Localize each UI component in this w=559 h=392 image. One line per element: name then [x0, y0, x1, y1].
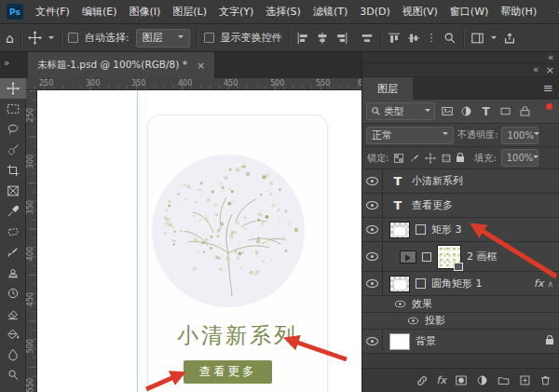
- filter-pixel-layers-icon[interactable]: [439, 105, 455, 117]
- layer-thumbnail[interactable]: [389, 222, 410, 238]
- visibility-toggle[interactable]: [362, 272, 383, 295]
- tab-layers[interactable]: 图层: [362, 77, 413, 100]
- history-brush-tool[interactable]: [0, 283, 26, 304]
- distribute-horizontal-icon[interactable]: [361, 32, 374, 45]
- workspace-switcher-icon[interactable]: [470, 32, 484, 45]
- filter-type-layers-icon[interactable]: T: [478, 105, 494, 118]
- crop-tool[interactable]: [0, 160, 26, 181]
- layer-row-rounded-rect[interactable]: 圆角矩形 1 fx ∧: [362, 272, 559, 296]
- eyedropper-tool[interactable]: [0, 201, 26, 222]
- menu-layer[interactable]: 图层(L): [172, 5, 207, 19]
- visibility-toggle[interactable]: [362, 218, 383, 241]
- filter-smart-objects-icon[interactable]: [517, 105, 533, 117]
- align-top-icon[interactable]: [388, 32, 401, 45]
- align-right-icon[interactable]: [335, 32, 348, 45]
- text-layer-icon: T: [389, 198, 406, 212]
- filter-adjustment-layers-icon[interactable]: [458, 105, 474, 117]
- frame-thumbnail[interactable]: [400, 250, 416, 264]
- menu-window[interactable]: 窗口(W): [450, 5, 488, 19]
- filter-shape-layers-icon[interactable]: [498, 105, 513, 117]
- canvas-area[interactable]: 小清新系列 查看更多: [37, 90, 361, 392]
- filter-toggle-indicator[interactable]: [546, 103, 552, 110]
- eraser-tool[interactable]: [0, 304, 26, 324]
- ruler-label: 500: [26, 333, 34, 359]
- healing-brush-tool[interactable]: [0, 222, 26, 242]
- effects-row[interactable]: 效果: [362, 296, 559, 313]
- lock-position-icon[interactable]: [425, 153, 436, 164]
- auto-select-checkbox[interactable]: [68, 33, 78, 43]
- dodge-tool[interactable]: [0, 365, 26, 385]
- menu-file[interactable]: 文件(F): [35, 5, 70, 19]
- link-layers-icon[interactable]: [416, 374, 429, 387]
- paint-bucket-tool[interactable]: [0, 324, 26, 345]
- visibility-toggle[interactable]: [362, 330, 383, 353]
- eye-icon[interactable]: [395, 301, 405, 308]
- quick-selection-tool[interactable]: [0, 140, 26, 160]
- visibility-toggle[interactable]: [362, 194, 383, 217]
- menu-help[interactable]: 帮助(H): [500, 5, 537, 19]
- lock-all-icon[interactable]: [457, 154, 464, 162]
- collapse-group-icon[interactable]: «: [533, 64, 539, 74]
- move-tool-icon[interactable]: [28, 31, 42, 45]
- fx-collapse-icon[interactable]: ∧: [547, 279, 553, 289]
- align-middle-vertical-icon[interactable]: [407, 32, 420, 45]
- layer-row-text-1[interactable]: T 小清新系列: [362, 169, 559, 194]
- eye-icon[interactable]: [408, 318, 418, 325]
- fx-label[interactable]: fx: [534, 277, 543, 290]
- panel-menu-icon[interactable]: ≡: [543, 81, 553, 95]
- lock-image-pixels-icon[interactable]: [409, 153, 420, 164]
- menu-type[interactable]: 文字(Y): [219, 5, 253, 19]
- layer-row-rect3[interactable]: 矩形 3: [362, 218, 559, 242]
- visibility-toggle[interactable]: [362, 242, 383, 271]
- search-icon[interactable]: [443, 32, 457, 45]
- toolbar-collapse-icon[interactable]: «: [5, 58, 9, 68]
- align-left-icon[interactable]: [296, 32, 309, 45]
- menu-filter[interactable]: 滤镜(T): [313, 5, 348, 19]
- frame-tool[interactable]: [0, 181, 26, 201]
- collapse-panels-icon[interactable]: «: [548, 52, 553, 62]
- filter-type-dropdown[interactable]: 类型: [366, 102, 435, 120]
- add-mask-icon[interactable]: [455, 374, 468, 386]
- delete-layer-icon[interactable]: [539, 374, 552, 386]
- move-presets-caret-icon[interactable]: [48, 36, 54, 42]
- visibility-toggle[interactable]: [362, 169, 383, 193]
- opacity-dropdown[interactable]: 100%: [501, 127, 539, 144]
- layer-style-fx-icon[interactable]: fx: [437, 374, 446, 386]
- align-center-horizontal-icon[interactable]: [316, 32, 329, 45]
- background-thumbnail[interactable]: [389, 333, 410, 350]
- blur-tool[interactable]: [0, 345, 26, 365]
- menu-select[interactable]: 选择(S): [266, 5, 301, 19]
- layer-row-background[interactable]: 背景: [362, 330, 559, 354]
- layer-row-frame[interactable]: 2 画框: [362, 242, 559, 272]
- drop-shadow-row[interactable]: 投影: [362, 313, 559, 330]
- blend-mode-dropdown[interactable]: 正常: [366, 127, 454, 144]
- menu-edit[interactable]: 编辑(E): [82, 5, 117, 19]
- home-icon[interactable]: ⌂: [6, 32, 14, 45]
- new-layer-icon[interactable]: [519, 374, 531, 386]
- rectangular-marquee-tool[interactable]: [0, 99, 26, 119]
- more-options-dots-icon[interactable]: ⋮: [427, 33, 437, 43]
- layer-thumbnail[interactable]: [389, 276, 410, 292]
- show-transform-checkbox[interactable]: [204, 33, 214, 43]
- lock-transparent-pixels-icon[interactable]: [393, 153, 404, 164]
- new-adjustment-layer-icon[interactable]: [476, 374, 488, 386]
- layer-row-text-2[interactable]: T 查看更多: [362, 194, 559, 218]
- panel-close-icon[interactable]: ×: [546, 64, 554, 76]
- brush-tool[interactable]: [0, 242, 26, 263]
- share-icon[interactable]: [503, 32, 516, 45]
- fill-dropdown[interactable]: 100%: [501, 149, 539, 167]
- minimize-button[interactable]: —: [549, 0, 559, 23]
- workspace-caret-icon[interactable]: [491, 36, 497, 42]
- lasso-tool[interactable]: [0, 119, 26, 140]
- menu-3d[interactable]: 3D(D): [360, 6, 390, 18]
- move-tool[interactable]: [0, 78, 26, 99]
- menu-view[interactable]: 视图(V): [402, 5, 438, 19]
- auto-select-target-dropdown[interactable]: 图层: [136, 29, 190, 47]
- menu-image[interactable]: 图像(I): [129, 5, 160, 19]
- frame-content-thumbnail[interactable]: [437, 245, 461, 269]
- tab-close-icon[interactable]: ×: [197, 60, 205, 72]
- clone-stamp-tool[interactable]: [0, 263, 26, 283]
- document-tab[interactable]: 未标题-1.psd @ 100%(RGB/8) * ×: [28, 52, 215, 78]
- new-group-icon[interactable]: [497, 374, 511, 386]
- lock-artboard-icon[interactable]: [441, 153, 452, 164]
